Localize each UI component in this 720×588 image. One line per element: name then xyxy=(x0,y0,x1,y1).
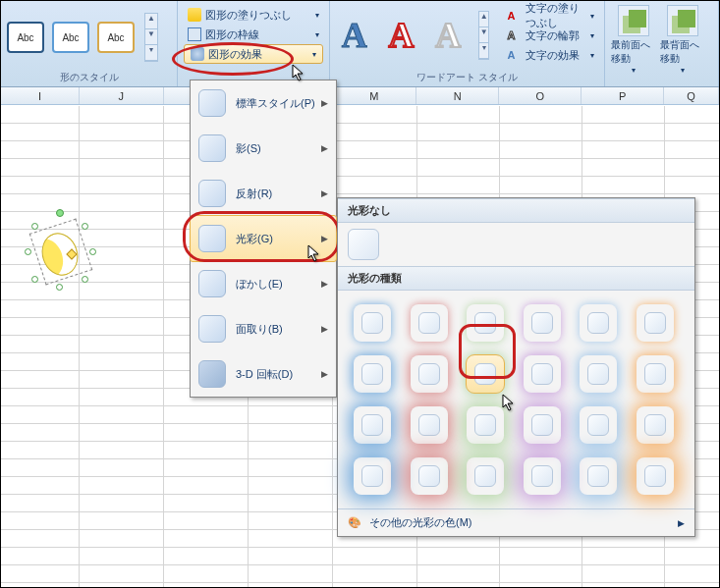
resize-handle[interactable] xyxy=(82,276,88,283)
bring-front-icon xyxy=(618,5,649,36)
resize-handle[interactable] xyxy=(25,248,31,255)
glow-option-r2-c3[interactable] xyxy=(467,355,504,393)
menu-bevel-label: 面取り(B) xyxy=(236,322,283,337)
text-outline-label: 文字の輪郭 xyxy=(526,28,580,43)
column-header-Q[interactable]: Q xyxy=(664,87,719,104)
menu-preset-label: 標準スタイル(P) xyxy=(236,96,315,111)
menu-rotation[interactable]: 3-D 回転(D)▶ xyxy=(191,351,336,397)
bring-front-button[interactable]: 最前面へ移動▾ xyxy=(611,5,656,75)
shape-tools: 図形の塗りつぶし ▾ 図形の枠線 ▾ 図形の効果 ▾ xyxy=(178,1,330,86)
glow-option-r4-c5[interactable] xyxy=(580,457,617,495)
resize-handle[interactable] xyxy=(31,276,38,283)
bring-front-label: 最前面へ移動 xyxy=(611,38,656,66)
menu-reflection[interactable]: 反射(R)▶ xyxy=(191,171,336,216)
wordart-style-2[interactable]: A xyxy=(383,12,420,59)
text-outline-button[interactable]: A 文字の輪郭▾ xyxy=(503,27,598,44)
shape-fill-button[interactable]: 図形の塗りつぶし ▾ xyxy=(184,5,323,25)
rotation-handle[interactable] xyxy=(56,209,64,217)
column-header-N[interactable]: N xyxy=(416,87,499,104)
menu-shadow[interactable]: 影(S)▶ xyxy=(191,126,336,171)
glow-icon xyxy=(198,225,226,252)
preset-icon xyxy=(198,89,226,117)
text-effects-label: 文字の効果 xyxy=(526,48,580,63)
effects-icon xyxy=(191,47,204,61)
reflection-icon xyxy=(198,180,226,207)
ribbon: Abc Abc Abc ▲▼▾ 形のスタイル 図形の塗りつぶし ▾ 図形の枠線 … xyxy=(1,1,719,87)
wordart-style-3[interactable]: A xyxy=(429,12,467,59)
send-back-icon xyxy=(667,5,698,36)
more-glow-label: その他の光彩の色(M) xyxy=(369,515,472,530)
shape-fill-label: 図形の塗りつぶし xyxy=(205,8,292,23)
wordart-label: ワードアート スタイル xyxy=(336,69,598,86)
column-header-I[interactable]: I xyxy=(1,87,80,104)
gallery-scroll[interactable]: ▲▼▾ xyxy=(144,13,158,62)
text-effects-button[interactable]: A 文字の効果▾ xyxy=(503,46,598,64)
shape-styles-group: Abc Abc Abc ▲▼▾ 形のスタイル xyxy=(1,1,178,86)
column-header-J[interactable]: J xyxy=(80,87,164,104)
shape-effects-button[interactable]: 図形の効果 ▾ xyxy=(184,44,323,64)
menu-soft-label: ぼかし(E) xyxy=(236,277,283,292)
glow-option-r3-c6[interactable] xyxy=(637,406,674,444)
glow-option-r1-c6[interactable] xyxy=(637,304,674,342)
selected-shape[interactable] xyxy=(28,215,97,294)
glow-option-r1-c4[interactable] xyxy=(524,304,561,342)
menu-soft[interactable]: ぼかし(E)▶ xyxy=(191,261,336,306)
resize-handle[interactable] xyxy=(31,223,38,230)
menu-preset[interactable]: 標準スタイル(P)▶ xyxy=(191,80,336,126)
glow-option-r3-c3[interactable] xyxy=(467,406,504,444)
soft-icon xyxy=(198,270,226,297)
wordart-group: A A A ▲▼▾ A 文字の塗りつぶし▾ A 文字の輪郭▾ A 文字の効果▾ … xyxy=(330,1,605,86)
pencil-icon xyxy=(188,27,201,41)
menu-glow[interactable]: 光彩(G)▶ xyxy=(190,215,337,262)
glow-option-r1-c5[interactable] xyxy=(580,304,617,342)
resize-handle[interactable] xyxy=(89,248,96,255)
menu-bevel[interactable]: 面取り(B)▶ xyxy=(191,306,336,351)
menu-reflection-label: 反射(R) xyxy=(236,187,272,201)
glow-option-r1-c1[interactable] xyxy=(354,304,391,342)
glow-option-r2-c5[interactable] xyxy=(580,355,617,393)
column-header-O[interactable]: O xyxy=(499,87,582,104)
effects-dropdown: 標準スタイル(P)▶ 影(S)▶ 反射(R)▶ 光彩(G)▶ ぼかし(E)▶ 面… xyxy=(190,80,337,398)
glow-option-r3-c5[interactable] xyxy=(580,406,617,444)
palette-icon: 🎨 xyxy=(348,516,361,529)
wordart-style-1[interactable]: A xyxy=(336,12,373,59)
glow-gallery: 光彩なし 光彩の種類 🎨 その他の光彩の色(M) ▶ xyxy=(337,197,695,537)
glow-option-r1-c3[interactable] xyxy=(467,304,504,342)
glow-none[interactable] xyxy=(348,229,379,260)
glow-option-r3-c1[interactable] xyxy=(354,406,391,444)
bevel-icon xyxy=(198,315,226,343)
shadow-icon xyxy=(198,134,226,162)
glow-option-r4-c2[interactable] xyxy=(411,457,448,495)
gallery-none-header: 光彩なし xyxy=(338,198,694,223)
menu-glow-label: 光彩(G) xyxy=(236,232,273,246)
shape-style-3[interactable]: Abc xyxy=(97,22,135,53)
glow-option-r2-c2[interactable] xyxy=(411,355,448,393)
send-back-button[interactable]: 最背面へ移動▾ xyxy=(660,5,705,75)
glow-option-r3-c4[interactable] xyxy=(524,406,561,444)
send-back-label: 最背面へ移動 xyxy=(660,38,705,66)
glow-grid xyxy=(338,291,694,508)
column-header-M[interactable]: M xyxy=(333,87,417,104)
glow-option-r1-c2[interactable] xyxy=(411,304,448,342)
glow-option-r3-c2[interactable] xyxy=(411,406,448,444)
shape-style-2[interactable]: Abc xyxy=(52,22,89,53)
glow-option-r4-c6[interactable] xyxy=(637,457,674,495)
glow-option-r4-c3[interactable] xyxy=(467,457,504,495)
menu-rotation-label: 3-D 回転(D) xyxy=(236,367,293,382)
glow-option-r2-c6[interactable] xyxy=(637,355,674,393)
glow-option-r2-c4[interactable] xyxy=(524,355,561,393)
shape-effects-label: 図形の効果 xyxy=(208,47,262,62)
glow-option-r4-c4[interactable] xyxy=(524,457,561,495)
more-glow-colors[interactable]: 🎨 その他の光彩の色(M) ▶ xyxy=(338,508,694,536)
resize-handle[interactable] xyxy=(82,223,88,230)
column-header-P[interactable]: P xyxy=(582,87,664,104)
shape-outline-button[interactable]: 図形の枠線 ▾ xyxy=(184,25,323,44)
paint-bucket-icon xyxy=(188,8,201,22)
shape-styles-label: 形のスタイル xyxy=(7,69,171,86)
wa-gallery-scroll[interactable]: ▲▼▾ xyxy=(478,11,489,60)
glow-option-r4-c1[interactable] xyxy=(354,457,391,495)
text-fill-button[interactable]: A 文字の塗りつぶし▾ xyxy=(503,7,598,25)
shape-style-1[interactable]: Abc xyxy=(7,22,44,53)
glow-option-r2-c1[interactable] xyxy=(354,355,391,393)
resize-handle[interactable] xyxy=(56,284,63,291)
